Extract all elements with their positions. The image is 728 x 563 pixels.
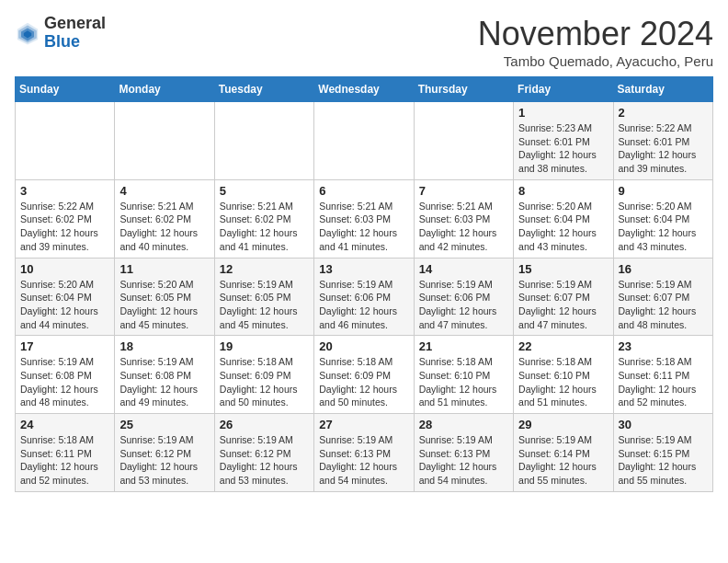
day-number: 13 xyxy=(319,262,408,276)
logo: General Blue xyxy=(15,15,106,52)
calendar-table: SundayMondayTuesdayWednesdayThursdayFrid… xyxy=(15,76,713,492)
day-cell: 13Sunrise: 5:19 AM Sunset: 6:06 PM Dayli… xyxy=(314,258,414,336)
day-info: Sunrise: 5:18 AM Sunset: 6:11 PM Dayligh… xyxy=(20,433,109,488)
day-info: Sunrise: 5:20 AM Sunset: 6:04 PM Dayligh… xyxy=(619,200,708,254)
day-info: Sunrise: 5:19 AM Sunset: 6:08 PM Dayligh… xyxy=(119,355,209,409)
day-number: 30 xyxy=(619,418,708,431)
day-number: 14 xyxy=(419,262,508,276)
day-header-monday: Monday xyxy=(115,77,214,102)
day-info: Sunrise: 5:18 AM Sunset: 6:09 PM Dayligh… xyxy=(220,355,309,409)
day-cell: 22Sunrise: 5:18 AM Sunset: 6:10 PM Dayli… xyxy=(514,336,613,414)
day-number: 7 xyxy=(419,184,508,198)
day-number: 1 xyxy=(518,106,608,120)
day-cell: 25Sunrise: 5:19 AM Sunset: 6:12 PM Dayli… xyxy=(115,414,214,492)
day-cell: 9Sunrise: 5:20 AM Sunset: 6:04 PM Daylig… xyxy=(613,179,712,258)
week-row-5: 24Sunrise: 5:18 AM Sunset: 6:11 PM Dayli… xyxy=(16,414,713,492)
day-cell: 29Sunrise: 5:19 AM Sunset: 6:14 PM Dayli… xyxy=(514,414,613,492)
page-header: General Blue November 2024 Tambo Quemado… xyxy=(15,15,713,69)
day-info: Sunrise: 5:18 AM Sunset: 6:11 PM Dayligh… xyxy=(619,355,708,409)
day-cell: 15Sunrise: 5:19 AM Sunset: 6:07 PM Dayli… xyxy=(514,258,613,336)
day-cell: 18Sunrise: 5:19 AM Sunset: 6:08 PM Dayli… xyxy=(115,336,214,414)
day-cell xyxy=(314,102,414,180)
day-number: 3 xyxy=(20,184,109,198)
day-info: Sunrise: 5:19 AM Sunset: 6:05 PM Dayligh… xyxy=(220,278,309,332)
header-row: SundayMondayTuesdayWednesdayThursdayFrid… xyxy=(16,77,713,102)
day-cell: 14Sunrise: 5:19 AM Sunset: 6:06 PM Dayli… xyxy=(414,258,513,336)
day-info: Sunrise: 5:19 AM Sunset: 6:12 PM Dayligh… xyxy=(220,433,309,488)
month-title: November 2024 xyxy=(478,15,713,53)
day-info: Sunrise: 5:19 AM Sunset: 6:15 PM Dayligh… xyxy=(619,433,708,488)
day-info: Sunrise: 5:20 AM Sunset: 6:04 PM Dayligh… xyxy=(20,278,109,332)
day-number: 11 xyxy=(119,262,209,276)
day-number: 4 xyxy=(119,184,209,198)
day-number: 5 xyxy=(220,184,309,198)
day-info: Sunrise: 5:18 AM Sunset: 6:10 PM Dayligh… xyxy=(518,355,608,409)
day-info: Sunrise: 5:19 AM Sunset: 6:13 PM Dayligh… xyxy=(419,433,508,488)
day-header-tuesday: Tuesday xyxy=(214,77,313,102)
day-number: 21 xyxy=(419,339,508,353)
day-cell: 30Sunrise: 5:19 AM Sunset: 6:15 PM Dayli… xyxy=(613,414,712,492)
day-cell xyxy=(214,102,313,180)
day-number: 23 xyxy=(619,339,708,353)
day-info: Sunrise: 5:18 AM Sunset: 6:09 PM Dayligh… xyxy=(319,355,408,409)
location: Tambo Quemado, Ayacucho, Peru xyxy=(478,53,713,69)
day-info: Sunrise: 5:20 AM Sunset: 6:05 PM Dayligh… xyxy=(119,278,209,332)
day-header-thursday: Thursday xyxy=(414,77,513,102)
day-cell: 11Sunrise: 5:20 AM Sunset: 6:05 PM Dayli… xyxy=(115,258,214,336)
day-cell: 3Sunrise: 5:22 AM Sunset: 6:02 PM Daylig… xyxy=(16,179,115,258)
day-info: Sunrise: 5:19 AM Sunset: 6:07 PM Dayligh… xyxy=(518,278,608,332)
day-header-sunday: Sunday xyxy=(16,77,115,102)
day-info: Sunrise: 5:22 AM Sunset: 6:01 PM Dayligh… xyxy=(619,121,708,176)
day-number: 26 xyxy=(220,418,309,431)
day-header-saturday: Saturday xyxy=(613,77,712,102)
day-info: Sunrise: 5:19 AM Sunset: 6:07 PM Dayligh… xyxy=(619,278,708,332)
day-cell: 7Sunrise: 5:21 AM Sunset: 6:03 PM Daylig… xyxy=(414,179,513,258)
day-number: 18 xyxy=(119,339,209,353)
day-number: 24 xyxy=(20,418,109,431)
day-number: 19 xyxy=(220,339,309,353)
day-number: 17 xyxy=(20,339,109,353)
day-cell: 23Sunrise: 5:18 AM Sunset: 6:11 PM Dayli… xyxy=(613,336,712,414)
day-info: Sunrise: 5:19 AM Sunset: 6:12 PM Dayligh… xyxy=(119,433,209,488)
week-row-2: 3Sunrise: 5:22 AM Sunset: 6:02 PM Daylig… xyxy=(16,179,713,258)
day-number: 27 xyxy=(319,418,408,431)
day-number: 22 xyxy=(518,339,608,353)
day-cell: 21Sunrise: 5:18 AM Sunset: 6:10 PM Dayli… xyxy=(414,336,513,414)
day-number: 10 xyxy=(20,262,109,276)
day-cell: 20Sunrise: 5:18 AM Sunset: 6:09 PM Dayli… xyxy=(314,336,414,414)
day-number: 9 xyxy=(619,184,708,198)
day-cell: 26Sunrise: 5:19 AM Sunset: 6:12 PM Dayli… xyxy=(214,414,313,492)
day-info: Sunrise: 5:21 AM Sunset: 6:02 PM Dayligh… xyxy=(220,200,309,254)
day-info: Sunrise: 5:21 AM Sunset: 6:03 PM Dayligh… xyxy=(319,200,408,254)
day-cell xyxy=(414,102,513,180)
day-number: 28 xyxy=(419,418,508,431)
day-info: Sunrise: 5:20 AM Sunset: 6:04 PM Dayligh… xyxy=(518,200,608,254)
day-info: Sunrise: 5:21 AM Sunset: 6:03 PM Dayligh… xyxy=(419,200,508,254)
day-number: 29 xyxy=(518,418,608,431)
day-info: Sunrise: 5:19 AM Sunset: 6:13 PM Dayligh… xyxy=(319,433,408,488)
day-cell: 28Sunrise: 5:19 AM Sunset: 6:13 PM Dayli… xyxy=(414,414,513,492)
day-cell xyxy=(16,102,115,180)
day-info: Sunrise: 5:19 AM Sunset: 6:06 PM Dayligh… xyxy=(419,278,508,332)
day-number: 15 xyxy=(518,262,608,276)
day-number: 20 xyxy=(319,339,408,353)
day-info: Sunrise: 5:23 AM Sunset: 6:01 PM Dayligh… xyxy=(518,121,608,176)
day-cell: 6Sunrise: 5:21 AM Sunset: 6:03 PM Daylig… xyxy=(314,179,414,258)
day-cell: 5Sunrise: 5:21 AM Sunset: 6:02 PM Daylig… xyxy=(214,179,313,258)
day-cell: 17Sunrise: 5:19 AM Sunset: 6:08 PM Dayli… xyxy=(16,336,115,414)
day-cell: 16Sunrise: 5:19 AM Sunset: 6:07 PM Dayli… xyxy=(613,258,712,336)
day-number: 6 xyxy=(319,184,408,198)
day-number: 16 xyxy=(619,262,708,276)
day-cell: 12Sunrise: 5:19 AM Sunset: 6:05 PM Dayli… xyxy=(214,258,313,336)
day-cell: 8Sunrise: 5:20 AM Sunset: 6:04 PM Daylig… xyxy=(514,179,613,258)
day-cell: 19Sunrise: 5:18 AM Sunset: 6:09 PM Dayli… xyxy=(214,336,313,414)
day-number: 25 xyxy=(119,418,209,431)
day-cell: 27Sunrise: 5:19 AM Sunset: 6:13 PM Dayli… xyxy=(314,414,414,492)
calendar-header: SundayMondayTuesdayWednesdayThursdayFrid… xyxy=(16,77,713,102)
day-cell xyxy=(115,102,214,180)
day-cell: 4Sunrise: 5:21 AM Sunset: 6:02 PM Daylig… xyxy=(115,179,214,258)
day-number: 12 xyxy=(220,262,309,276)
calendar-body: 1Sunrise: 5:23 AM Sunset: 6:01 PM Daylig… xyxy=(16,102,713,492)
week-row-3: 10Sunrise: 5:20 AM Sunset: 6:04 PM Dayli… xyxy=(16,258,713,336)
week-row-1: 1Sunrise: 5:23 AM Sunset: 6:01 PM Daylig… xyxy=(16,102,713,180)
